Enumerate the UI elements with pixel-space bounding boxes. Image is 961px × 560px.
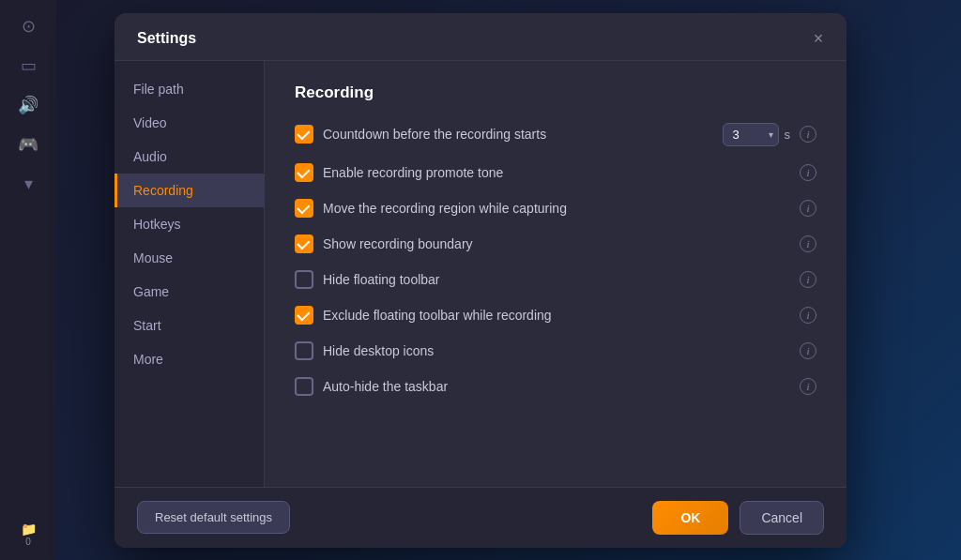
info-icon-hide-icons[interactable]: i	[800, 342, 816, 359]
sidebar-item-file-path[interactable]: File path	[114, 72, 264, 106]
label-countdown: Countdown before the recording starts	[323, 127, 713, 142]
setting-row-autohide-taskbar: Auto-hide the taskbar i	[295, 377, 816, 396]
sidebar-item-hotkeys[interactable]: Hotkeys	[114, 207, 264, 241]
checkbox-hide-icons[interactable]	[295, 341, 313, 360]
setting-row-promote-tone: Enable recording promote tone i	[295, 163, 816, 182]
unit-seconds: s	[785, 128, 791, 142]
dropdown-wrapper-countdown: 1 2 3 5 10 ▾ s	[723, 123, 791, 146]
sidebar-item-audio[interactable]: Audio	[114, 140, 264, 174]
checkbox-move-region[interactable]	[295, 199, 313, 218]
checkbox-countdown[interactable]	[295, 125, 313, 144]
sidebar-item-recording[interactable]: Recording	[114, 174, 264, 207]
settings-sidebar: File path Video Audio Recording Hotkeys …	[114, 61, 265, 487]
close-button[interactable]: ×	[805, 26, 831, 53]
sidebar-item-mouse[interactable]: Mouse	[114, 241, 264, 275]
checkbox-promote-tone[interactable]	[295, 163, 313, 182]
info-icon-show-boundary[interactable]: i	[800, 235, 816, 252]
main-content: Recording Countdown before the recording…	[265, 61, 847, 487]
countdown-select[interactable]: 1 2 3 5 10	[723, 123, 779, 146]
info-icon-exclude-toolbar[interactable]: i	[800, 307, 816, 324]
label-show-boundary: Show recording boundary	[323, 236, 790, 251]
sidebar-item-start[interactable]: Start	[114, 309, 264, 342]
dialog-title: Settings	[137, 30, 196, 46]
info-icon-promote-tone[interactable]: i	[800, 164, 816, 181]
dialog-body: File path Video Audio Recording Hotkeys …	[114, 61, 847, 487]
setting-row-exclude-toolbar: Exclude floating toolbar while recording…	[295, 306, 816, 325]
sidebar-item-more[interactable]: More	[114, 342, 264, 376]
info-icon-hide-toolbar[interactable]: i	[800, 271, 816, 288]
setting-row-move-region: Move the recording region while capturin…	[295, 199, 816, 218]
checkbox-show-boundary[interactable]	[295, 235, 313, 253]
label-promote-tone: Enable recording promote tone	[323, 165, 790, 180]
setting-row-hide-icons: Hide desktop icons i	[295, 341, 816, 360]
info-icon-move-region[interactable]: i	[800, 200, 816, 217]
section-title: Recording	[295, 83, 816, 102]
settings-dialog: Settings × File path Video Audio Recordi…	[114, 13, 847, 548]
reset-button[interactable]: Reset default settings	[137, 501, 290, 534]
dialog-footer: Reset default settings OK Cancel	[114, 487, 847, 548]
sidebar-item-game[interactable]: Game	[114, 275, 264, 309]
info-icon-countdown[interactable]: i	[800, 126, 816, 143]
checkbox-autohide-taskbar[interactable]	[295, 377, 313, 396]
ok-button[interactable]: OK	[652, 501, 728, 535]
label-exclude-toolbar: Exclude floating toolbar while recording	[323, 308, 790, 323]
dialog-header: Settings ×	[114, 13, 847, 61]
label-autohide-taskbar: Auto-hide the taskbar	[323, 379, 790, 394]
checkbox-exclude-toolbar[interactable]	[295, 306, 313, 325]
checkbox-hide-toolbar[interactable]	[295, 270, 313, 289]
label-hide-icons: Hide desktop icons	[323, 343, 790, 358]
info-icon-autohide-taskbar[interactable]: i	[800, 378, 816, 395]
label-move-region: Move the recording region while capturin…	[323, 201, 790, 216]
sidebar-item-video[interactable]: Video	[114, 106, 264, 140]
label-hide-toolbar: Hide floating toolbar	[323, 272, 790, 287]
setting-row-countdown: Countdown before the recording starts 1 …	[295, 123, 816, 146]
dropdown-select-wrapper: 1 2 3 5 10 ▾	[723, 123, 779, 146]
footer-buttons: OK Cancel	[652, 501, 824, 535]
cancel-button[interactable]: Cancel	[740, 501, 824, 535]
setting-row-show-boundary: Show recording boundary i	[295, 235, 816, 253]
setting-row-hide-toolbar: Hide floating toolbar i	[295, 270, 816, 289]
